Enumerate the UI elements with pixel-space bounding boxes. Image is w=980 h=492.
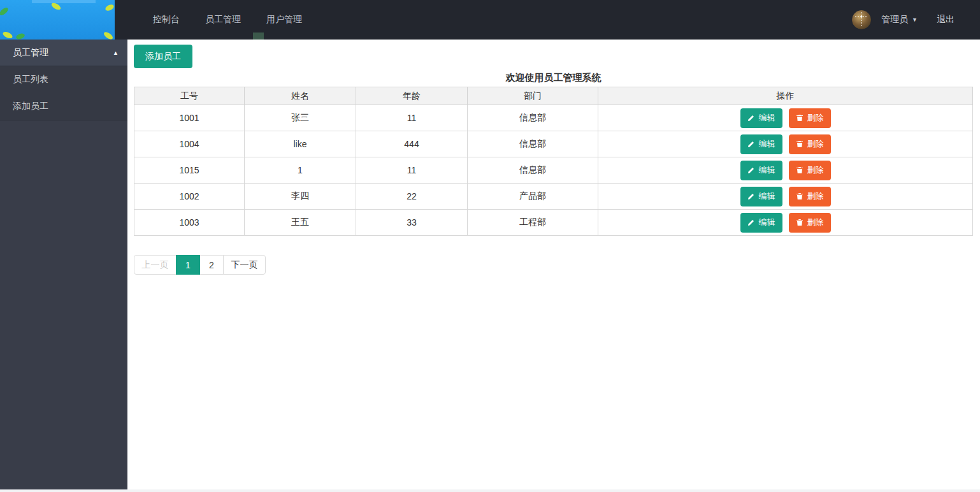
sidebar-menu-employee-mgmt[interactable]: 员工管理 ▲ xyxy=(0,40,127,66)
sidebar-item-employee-list[interactable]: 员工列表 xyxy=(0,66,127,93)
page-button-2[interactable]: 2 xyxy=(199,255,224,275)
edit-button[interactable]: 编辑 xyxy=(740,134,782,154)
pencil-icon xyxy=(747,192,755,200)
col-header-age: 年龄 xyxy=(356,87,468,105)
cell-age: 22 xyxy=(356,184,468,210)
table-row: 1003 王五 33 工程部 编辑 删除 xyxy=(134,210,973,236)
table-header-row: 工号 姓名 年龄 部门 操作 xyxy=(134,87,973,105)
pencil-icon xyxy=(747,219,755,226)
delete-button[interactable]: 删除 xyxy=(789,213,831,233)
cell-dept: 信息部 xyxy=(468,105,598,131)
main-content: 添加员工 欢迎使用员工管理系统 工号 姓名 年龄 部门 操作 1001 张三 1… xyxy=(127,40,980,489)
user-name: 管理员 xyxy=(881,14,908,25)
delete-button[interactable]: 删除 xyxy=(789,161,831,180)
edit-button-label: 编辑 xyxy=(759,164,775,176)
cell-dept: 信息部 xyxy=(468,157,598,184)
employee-table: 工号 姓名 年龄 部门 操作 1001 张三 11 信息部 编辑 xyxy=(134,87,973,236)
cell-age: 444 xyxy=(356,131,468,157)
pencil-icon xyxy=(747,140,755,148)
edit-button-label: 编辑 xyxy=(759,112,775,124)
col-header-dept: 部门 xyxy=(468,87,598,105)
sidebar-menu-label: 员工管理 xyxy=(13,47,48,59)
nav-item-console[interactable]: 控制台 xyxy=(140,0,192,40)
table-row: 1015 1 11 信息部 编辑 删除 xyxy=(134,157,973,184)
pencil-icon xyxy=(747,166,755,174)
prev-page-button[interactable]: 上一页 xyxy=(134,255,177,275)
logo-image xyxy=(0,0,115,40)
trash-icon xyxy=(796,219,803,226)
cell-dept: 信息部 xyxy=(468,131,598,157)
col-header-name: 姓名 xyxy=(245,87,356,105)
trash-icon xyxy=(796,114,803,122)
delete-button-label: 删除 xyxy=(807,191,824,202)
user-menu[interactable]: 管理员 ▼ xyxy=(877,14,921,25)
cell-age: 11 xyxy=(356,105,468,131)
trash-icon xyxy=(796,192,803,200)
cell-name: 张三 xyxy=(245,105,356,131)
pencil-icon xyxy=(747,114,755,122)
top-navbar: 控制台 员工管理 用户管理 管理员 ▼ 退出 xyxy=(0,0,980,40)
nav-active-indicator xyxy=(253,33,264,40)
delete-button[interactable]: 删除 xyxy=(789,108,831,128)
cell-dept: 工程部 xyxy=(468,210,598,236)
sidebar-submenu: 员工列表 添加员工 xyxy=(0,66,127,120)
sidebar: 员工管理 ▲ 员工列表 添加员工 xyxy=(0,40,127,489)
edit-button[interactable]: 编辑 xyxy=(740,213,782,233)
cell-dept: 产品部 xyxy=(468,184,598,210)
delete-button[interactable]: 删除 xyxy=(789,134,831,154)
col-header-id: 工号 xyxy=(134,87,245,105)
trash-icon xyxy=(796,166,803,174)
cell-name: 王五 xyxy=(245,210,356,236)
delete-button-label: 删除 xyxy=(807,138,824,150)
page-button-1[interactable]: 1 xyxy=(176,255,200,275)
cell-name: 李四 xyxy=(245,184,356,210)
logout-link[interactable]: 退出 xyxy=(937,14,955,25)
cell-age: 33 xyxy=(356,210,468,236)
pagination: 上一页 1 2 下一页 xyxy=(134,255,266,275)
welcome-title: 欢迎使用员工管理系统 xyxy=(134,72,973,84)
avatar[interactable] xyxy=(852,10,871,29)
sidebar-item-add-employee[interactable]: 添加员工 xyxy=(0,93,127,120)
table-row: 1004 like 444 信息部 编辑 删除 xyxy=(134,131,973,157)
edit-button-label: 编辑 xyxy=(759,217,775,228)
table-row: 1002 李四 22 产品部 编辑 删除 xyxy=(134,184,973,210)
edit-button[interactable]: 编辑 xyxy=(740,161,782,180)
main-nav: 控制台 员工管理 用户管理 xyxy=(140,0,315,40)
edit-button-label: 编辑 xyxy=(759,191,775,202)
cell-name: like xyxy=(245,131,356,157)
navbar-right: 管理员 ▼ 退出 xyxy=(852,0,955,40)
cell-id: 1002 xyxy=(134,184,245,210)
col-header-actions: 操作 xyxy=(598,87,973,105)
edit-button[interactable]: 编辑 xyxy=(740,187,782,206)
cell-name: 1 xyxy=(245,157,356,184)
delete-button-label: 删除 xyxy=(807,164,824,176)
trash-icon xyxy=(796,140,803,148)
cell-id: 1001 xyxy=(134,105,245,131)
cell-age: 11 xyxy=(356,157,468,184)
cell-id: 1003 xyxy=(134,210,245,236)
delete-button-label: 删除 xyxy=(807,217,824,228)
add-employee-button[interactable]: 添加员工 xyxy=(134,45,192,68)
nav-item-employee-mgmt[interactable]: 员工管理 xyxy=(192,0,254,40)
delete-button[interactable]: 删除 xyxy=(789,187,831,206)
edit-button-label: 编辑 xyxy=(759,138,775,150)
delete-button-label: 删除 xyxy=(807,112,824,124)
next-page-button[interactable]: 下一页 xyxy=(223,255,266,275)
cell-id: 1015 xyxy=(134,157,245,184)
table-row: 1001 张三 11 信息部 编辑 删除 xyxy=(134,105,973,131)
cell-id: 1004 xyxy=(134,131,245,157)
chevron-down-icon: ▼ xyxy=(912,17,918,23)
chevron-up-icon: ▲ xyxy=(113,50,119,56)
edit-button[interactable]: 编辑 xyxy=(740,108,782,128)
